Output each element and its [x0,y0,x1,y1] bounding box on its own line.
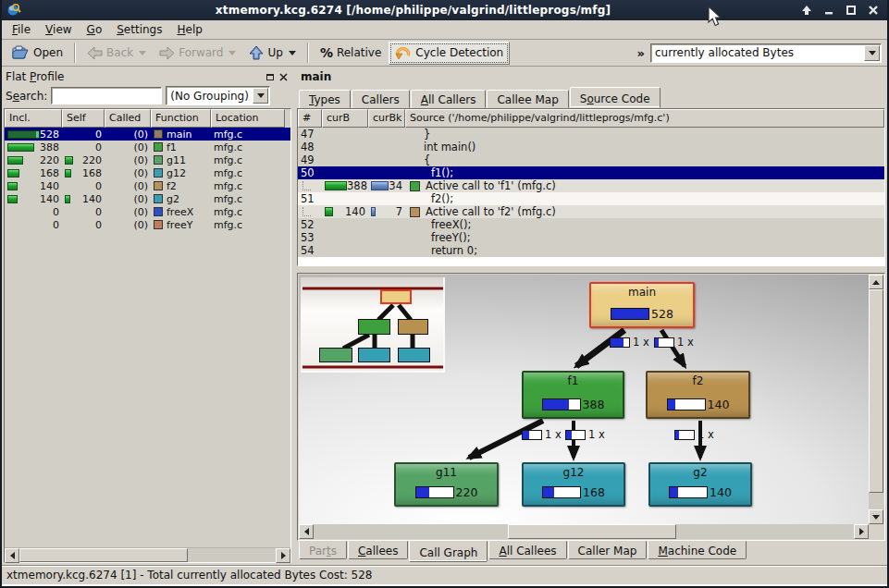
table-row-freeY[interactable]: 00(0)freeYmfg.c [5,218,290,231]
graph-vscrollbar[interactable] [869,275,883,524]
scrollbar-track[interactable] [869,493,883,509]
scroll-down-button[interactable] [869,509,883,524]
column-header-function[interactable]: Function [151,109,211,128]
dock-float-button[interactable] [264,70,277,83]
graph-node-g11[interactable]: g11220 [394,462,499,507]
scrollbar-thumb[interactable] [19,548,188,562]
table-row-f1[interactable]: 3880(0)f1mfg.c [5,141,290,153]
menu-item-help[interactable]: Help [170,21,208,38]
table-row-main[interactable]: 5280(0)mainmfg.c [5,128,290,141]
column-header-self[interactable]: Self [62,109,105,128]
shade-button[interactable] [800,4,813,17]
location-cell: mfg.c [211,141,285,153]
tab-all-callers[interactable]: All Callers [411,90,487,108]
table-row-g12[interactable]: 168168(0)g12mfg.c [5,166,290,179]
cycle-detection-button[interactable]: Cycle Detection [389,42,510,65]
table-row-f2[interactable]: 1400(0)f2mfg.c [5,179,290,192]
source-row-50[interactable]: 50f1(); [298,166,884,179]
scrollbar-track[interactable] [188,548,276,562]
source-column-header-curbk[interactable]: curBk [368,109,405,128]
scrollbar-track[interactable] [314,524,508,539]
scroll-right-button[interactable] [854,524,869,539]
search-input[interactable] [51,87,162,104]
tab-machine-code[interactable]: Machine Code [648,541,747,559]
scrollbar-thumb[interactable] [508,524,676,539]
dock-titlebar[interactable]: Flat Profile [4,68,291,85]
close-button[interactable] [867,4,880,17]
dock-close-button[interactable] [277,70,290,83]
up-dropdown-icon[interactable] [289,51,296,55]
graph-node-g12[interactable]: g12168 [522,462,625,507]
function-cell: main [151,128,211,141]
source-column-header-source[interactable]: Source ('/home/philippe/valgrind/littlep… [405,109,884,128]
tab-callers[interactable]: Callers [352,90,410,108]
menu-item-file[interactable]: File [6,21,37,38]
source-row-51[interactable]: 51f2(); [298,192,884,205]
self-bar [65,156,73,165]
toolbar-overflow-chevron[interactable]: » [634,46,648,60]
back-button[interactable]: Back [81,42,152,65]
flat-profile-hscrollbar[interactable] [5,547,290,562]
column-header-location[interactable]: Location [211,109,285,128]
graph-node-main[interactable]: main528 [589,282,695,328]
source-column-header-#[interactable]: # [298,109,322,128]
source-row-48[interactable]: 48int main() [298,141,884,153]
horizontal-splitter[interactable] [297,266,885,273]
source-row-47[interactable]: 47} [298,128,884,141]
menu-item-go[interactable]: Go [80,21,109,38]
tab-call-graph[interactable]: Call Graph [409,541,488,562]
tab-callee-map[interactable]: Callee Map [487,90,568,108]
table-row-g11[interactable]: 220220(0)g11mfg.c [5,153,290,166]
source-call-row[interactable]: 1407Active call to 'f2' (mfg.c) [298,205,884,218]
scroll-up-button[interactable] [869,275,883,289]
minimap-node [319,348,352,362]
scroll-left-button[interactable] [5,548,19,563]
cost-type-combobox[interactable]: currently allocated Bytes [650,43,882,63]
cost-type-dropdown-button[interactable] [864,45,880,61]
graph-minimap[interactable] [301,277,445,373]
grouping-combobox[interactable]: (No Grouping) [166,86,270,105]
graph-node-f2[interactable]: f2140 [646,371,750,419]
tab-types[interactable]: Types [299,90,351,108]
scroll-right-button[interactable] [276,548,290,563]
graph-node-g2[interactable]: g2140 [648,462,752,507]
source-row-53[interactable]: 53freeY(); [298,231,884,244]
forward-button[interactable]: Forward [154,42,241,65]
source-header: #curBcurBkSource ('/home/philippe/valgri… [298,109,884,128]
source-row-54[interactable]: 54return 0; [298,244,884,257]
source-text: int main() [424,141,475,153]
menu-item-view[interactable]: View [39,21,78,38]
back-dropdown-icon[interactable] [139,51,146,55]
location-value: mfg.c [214,167,242,179]
table-row-freeX[interactable]: 00(0)freeXmfg.c [5,205,290,218]
column-header-called[interactable]: Called [105,109,151,128]
forward-dropdown-icon[interactable] [228,51,236,55]
tab-callees[interactable]: Callees [348,541,408,559]
source-column-header-curb[interactable]: curB [322,109,368,128]
call-graph-view[interactable]: main528f1388f2140g11220g12168g21401 x1 x… [299,275,869,524]
source-call-row[interactable]: 38834Active call to 'f1' (mfg.c) [298,179,884,192]
source-row-49[interactable]: 49{ [298,153,884,166]
titlebar[interactable]: xtmemory.kcg.6274 [/home/philippe/valgri… [2,0,887,20]
tree-branch-icon [303,181,311,190]
table-row-g2[interactable]: 140140(0)g2mfg.c [5,192,290,205]
graph-node-f1[interactable]: f1388 [522,371,624,419]
graph-hscrollbar[interactable] [299,524,869,539]
scroll-left-button[interactable] [299,524,314,539]
tab-all-callees[interactable]: All Callees [488,541,566,559]
menu-item-settings[interactable]: Settings [110,21,168,38]
tab-source-code[interactable]: Source Code [570,87,661,108]
grouping-dropdown-button[interactable] [253,88,268,104]
scrollbar-thumb[interactable] [869,289,883,493]
maximize-button[interactable] [845,4,858,17]
scrollbar-track[interactable] [676,524,854,539]
edge-cost-bar [565,430,586,440]
column-header-incl[interactable]: Incl. [5,109,62,128]
flat-profile-rows: 5280(0)mainmfg.c3880(0)f1mfg.c220220(0)g… [5,128,290,547]
source-row-52[interactable]: 52freeX(); [298,218,884,231]
tab-caller-map[interactable]: Caller Map [568,541,648,559]
up-button[interactable]: Up [243,42,301,65]
relative-toggle-button[interactable]: % Relative [315,42,387,65]
minimize-button[interactable] [822,4,835,17]
open-button[interactable]: Open [6,42,68,65]
